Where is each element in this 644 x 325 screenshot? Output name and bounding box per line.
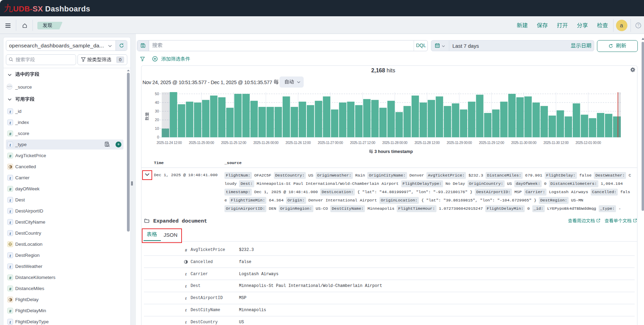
- svg-text:2025-11-26 00:00: 2025-11-26 00:00: [253, 141, 278, 145]
- svg-text:30: 30: [155, 109, 159, 113]
- svg-text:2025-11-26 12:00: 2025-11-26 12:00: [286, 141, 311, 145]
- svg-text:?: ?: [637, 24, 640, 27]
- svg-text:2025-11-25 12:00: 2025-11-25 12:00: [221, 141, 246, 145]
- svg-text:2025-11-27 00:00: 2025-11-27 00:00: [318, 141, 343, 145]
- svg-text:2025-11-30 12:00: 2025-11-30 12:00: [543, 141, 569, 145]
- svg-text:40: 40: [155, 100, 159, 105]
- svg-text:0: 0: [157, 135, 159, 139]
- svg-text:2025-11-28 00:00: 2025-11-28 00:00: [382, 141, 407, 145]
- svg-text:2025-11-29 12:00: 2025-11-29 12:00: [479, 141, 504, 145]
- svg-text:2025-11-27 12:00: 2025-11-27 12:00: [350, 141, 375, 145]
- svg-text:2025-12-01 00:00: 2025-12-01 00:00: [576, 141, 601, 145]
- svg-text:10: 10: [155, 126, 159, 130]
- svg-text:2025-11-28 12:00: 2025-11-28 12:00: [414, 141, 440, 145]
- svg-text:2025-11-24 12:00: 2025-11-24 12:00: [157, 141, 182, 145]
- svg-text:2025-11-25 00:00: 2025-11-25 00:00: [189, 141, 214, 145]
- svg-text:2025-11-30 00:00: 2025-11-30 00:00: [511, 141, 536, 145]
- svg-text:50: 50: [155, 92, 159, 96]
- svg-text:2025-11-29 00:00: 2025-11-29 00:00: [447, 141, 472, 145]
- svg-text:20: 20: [155, 118, 159, 122]
